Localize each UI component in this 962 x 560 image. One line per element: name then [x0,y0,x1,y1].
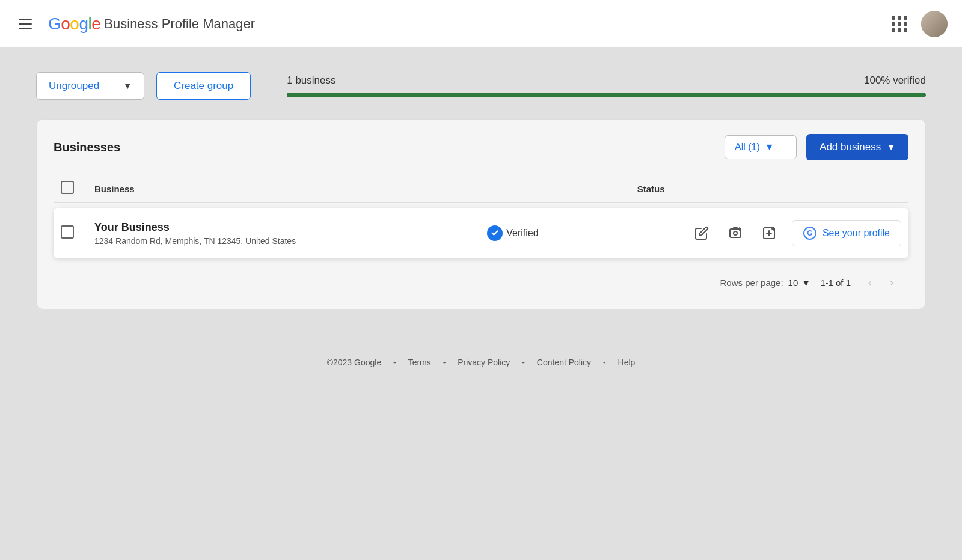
rows-per-page-value: 10 [788,278,798,288]
add-post-icon[interactable] [758,222,780,244]
google-logo: Google [48,14,100,34]
header-checkbox-col [61,181,80,196]
rows-per-page-select[interactable]: 10 ▼ [788,278,811,288]
footer: ©2023 Google - Terms - Privacy Policy - … [0,333,962,379]
businesses-count: 1 business [287,75,335,87]
apps-grid [892,16,907,32]
svg-point-1 [734,231,737,235]
verified-badge: Verified [487,225,538,241]
logo-g: G [48,14,61,33]
col-header-business: Business [94,184,623,194]
app-title: Business Profile Manager [104,16,255,32]
businesses-header-right: All (1) ▼ Add business ▼ [725,134,908,160]
google-g-icon: G [803,227,816,240]
top-bar: Ungrouped ▼ Create group 1 business 100%… [36,72,926,100]
header: Google Business Profile Manager [0,0,962,48]
business-status: Verified [487,225,676,241]
see-profile-label: See your profile [823,228,890,239]
verified-percent: 100% verified [864,75,926,87]
avatar-image [921,11,948,37]
table-header: Business Status [54,175,908,203]
businesses-title: Businesses [54,141,120,154]
rows-per-page-label: Rows per page: [720,278,783,288]
pagination-row: Rows per page: 10 ▼ 1-1 of 1 ‹ › [54,263,908,294]
ungrouped-dropdown[interactable]: Ungrouped ▼ [36,72,144,100]
logo-e: e [91,14,100,33]
main-content: Ungrouped ▼ Create group 1 business 100%… [0,48,962,333]
edit-icon[interactable] [691,222,712,244]
help-link[interactable]: Help [613,358,640,367]
next-page-button[interactable]: › [882,273,901,292]
filter-label: All (1) [735,142,760,153]
avatar[interactable] [921,11,948,37]
chevron-down-icon: ▼ [123,81,132,91]
logo-o2: o [70,14,79,33]
footer-separator-3: - [522,358,527,367]
terms-link[interactable]: Terms [403,358,436,367]
footer-separator-2: - [443,358,449,367]
rows-per-page: Rows per page: 10 ▼ [720,278,811,288]
verified-text: Verified [506,228,538,239]
row-actions: G See your profile [691,220,901,246]
add-business-label: Add business [820,141,881,153]
add-business-button[interactable]: Add business ▼ [806,134,908,160]
see-profile-button[interactable]: G See your profile [792,220,901,246]
header-right [887,11,948,37]
ungrouped-label: Ungrouped [49,80,99,92]
create-group-button[interactable]: Create group [156,72,251,100]
page-navigation: ‹ › [860,273,901,292]
business-name: Your Business [94,221,473,234]
logo-g2: g [79,14,88,33]
business-info: Your Business 1234 Random Rd, Memphis, T… [94,221,473,246]
progress-bar [287,93,926,97]
chevron-down-icon: ▼ [765,142,774,153]
privacy-link[interactable]: Privacy Policy [453,358,515,367]
content-policy-link[interactable]: Content Policy [532,358,596,367]
select-all-checkbox[interactable] [61,181,74,194]
row-checkbox[interactable] [61,225,74,239]
verified-icon [487,225,503,241]
copyright: ©2023 Google [327,358,382,367]
progress-bar-fill [287,93,926,97]
menu-icon[interactable] [14,13,36,35]
business-address: 1234 Random Rd, Memphis, TN 12345, Unite… [94,236,473,246]
col-header-status: Status [637,184,901,194]
businesses-card: Businesses All (1) ▼ Add business ▼ Busi… [36,119,926,309]
add-photo-icon[interactable] [725,222,746,244]
header-left: Google Business Profile Manager [14,13,255,35]
logo-area: Google Business Profile Manager [48,14,255,34]
chevron-down-icon: ▼ [887,142,895,152]
table-row: Your Business 1234 Random Rd, Memphis, T… [54,208,908,258]
google-apps-icon[interactable] [887,12,911,36]
footer-separator-4: - [603,358,608,367]
stats-area: 1 business 100% verified [287,75,926,97]
businesses-header: Businesses All (1) ▼ Add business ▼ [54,134,908,160]
footer-separator-1: - [393,358,399,367]
checkmark-icon [491,229,499,237]
filter-dropdown[interactable]: All (1) ▼ [725,135,797,159]
row-checkbox-col [61,225,80,241]
stats-row: 1 business 100% verified [287,75,926,87]
logo-o1: o [61,14,70,33]
page-info: 1-1 of 1 [820,278,851,288]
chevron-down-icon: ▼ [801,278,810,288]
prev-page-button[interactable]: ‹ [860,273,880,292]
